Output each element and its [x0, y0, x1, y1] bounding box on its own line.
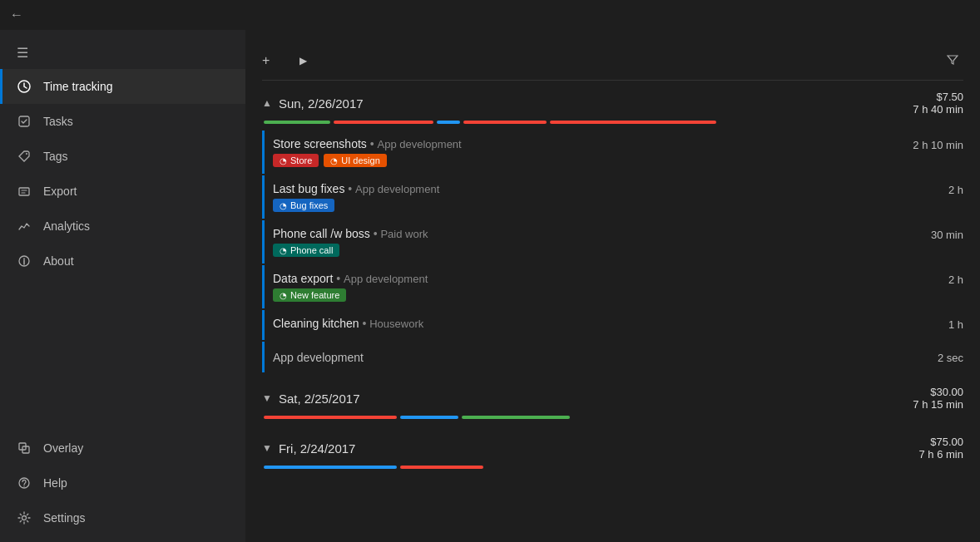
day-header[interactable]: ▲ Sun, 2/26/2017 $7.50 7 h 40 min	[262, 81, 963, 121]
entry-title: Store screenshots • App development	[273, 137, 896, 150]
sidebar-item-label: Analytics	[43, 219, 90, 233]
time-tracking-icon	[17, 79, 32, 94]
day-time: 7 h 15 min	[913, 398, 963, 411]
page-header: + ▶	[245, 30, 980, 81]
scroll-area[interactable]: ▲ Sun, 2/26/2017 $7.50 7 h 40 min Store …	[245, 81, 980, 542]
progress-segment	[264, 416, 397, 419]
back-button[interactable]: ←	[10, 7, 23, 22]
progress-bars	[262, 416, 963, 419]
entry-plain[interactable]: App development 2 sec	[262, 342, 963, 372]
hamburger-menu[interactable]: ☰	[0, 37, 245, 69]
tag-label: UI design	[341, 155, 379, 165]
progress-segment	[264, 466, 397, 469]
title-bar: ←	[0, 0, 980, 30]
entry-tags: ◔ New feature	[273, 288, 932, 302]
about-icon	[17, 254, 32, 269]
sidebar-item-label: Export	[43, 185, 77, 198]
progress-segment	[463, 121, 547, 124]
day-time: 7 h 40 min	[913, 103, 963, 116]
entry-cleaning-kitchen[interactable]: Cleaning kitchen • Housework 1 h	[262, 310, 963, 340]
filter-icon	[947, 54, 958, 68]
start-work-button[interactable]: ▶	[299, 50, 324, 71]
minimize-button[interactable]	[852, 3, 890, 27]
sidebar-item-help[interactable]: Help	[0, 466, 245, 500]
entry-time: 30 min	[914, 227, 963, 241]
entry-tags: ◔ Bug fixes	[273, 199, 932, 212]
svg-point-2	[26, 153, 27, 155]
entry-last-bug-fixes[interactable]: Last bug fixes • App development ◔ Bug f…	[262, 175, 963, 219]
close-button[interactable]	[932, 3, 970, 27]
help-icon	[17, 475, 32, 490]
sidebar-item-tags[interactable]: Tags	[0, 139, 245, 174]
day-money: $7.50	[913, 91, 963, 103]
analytics-icon	[17, 219, 32, 234]
sidebar-item-analytics[interactable]: Analytics	[0, 209, 245, 244]
day-money: $30.00	[913, 386, 963, 398]
sidebar-item-label: Tasks	[43, 115, 73, 128]
entry-time: 2 h 10 min	[896, 137, 963, 151]
entry-phone-call-boss[interactable]: Phone call /w boss • Paid work ◔ Phone c…	[262, 220, 963, 264]
progress-segment	[437, 121, 460, 124]
filter-button[interactable]	[947, 49, 963, 73]
progress-segment	[462, 416, 570, 419]
plus-icon: +	[262, 53, 270, 68]
entry-tags: ◔ Store ◔ UI design	[273, 154, 896, 167]
settings-icon	[17, 510, 32, 525]
tag[interactable]: ◔ UI design	[324, 154, 386, 167]
tag-icon: ◔	[330, 156, 338, 165]
day-header[interactable]: ▼ Fri, 2/24/2017 $75.00 7 h 6 min	[262, 426, 963, 466]
day-header[interactable]: ▼ Sat, 2/25/2017 $30.00 7 h 15 min	[262, 376, 963, 416]
day-group-sun-226: ▲ Sun, 2/26/2017 $7.50 7 h 40 min Store …	[262, 81, 963, 372]
play-icon: ▶	[299, 55, 307, 67]
sidebar-item-settings[interactable]: Settings	[0, 500, 245, 535]
day-date: Fri, 2/24/2017	[279, 441, 356, 456]
day-time: 7 h 6 min	[919, 448, 963, 461]
sidebar-item-tasks[interactable]: Tasks	[0, 104, 245, 139]
sidebar-item-time-tracking[interactable]: Time tracking	[0, 69, 245, 104]
sidebar-item-label: Help	[43, 476, 67, 490]
sidebar-item-label: Overlay	[43, 441, 83, 455]
add-work-unit-button[interactable]: +	[262, 48, 286, 73]
entry-time: 2 h	[932, 182, 963, 196]
tag-icon: ◔	[280, 246, 287, 255]
tag[interactable]: ◔ Store	[273, 154, 319, 167]
entry-store-screenshots[interactable]: Store screenshots • App development ◔ St…	[262, 131, 963, 174]
sidebar-item-about[interactable]: About	[0, 244, 245, 278]
maximize-button[interactable]	[892, 3, 930, 27]
sidebar-item-label: Time tracking	[43, 80, 113, 93]
window-controls	[852, 3, 970, 27]
tag[interactable]: ◔ Bug fixes	[273, 199, 334, 212]
entry-tags: ◔ Phone call	[273, 244, 914, 257]
sidebar-item-export[interactable]: Export	[0, 174, 245, 209]
progress-segment	[400, 466, 483, 469]
progress-bars	[262, 121, 963, 124]
chevron-icon: ▼	[262, 392, 272, 404]
sidebar-item-label: Tags	[43, 150, 68, 163]
progress-segment	[264, 121, 330, 124]
entry-time: 2 sec	[921, 350, 963, 364]
day-date: Sun, 2/26/2017	[279, 96, 364, 111]
svg-point-8	[23, 485, 24, 486]
tasks-icon	[17, 114, 32, 129]
tag[interactable]: ◔ Phone call	[273, 244, 339, 257]
sidebar-item-overlay[interactable]: Overlay	[0, 431, 245, 466]
tags-icon	[17, 149, 32, 164]
sidebar-item-label: About	[43, 254, 74, 268]
sidebar-nav: Time tracking Tasks Tags Export Analytic…	[0, 69, 245, 431]
entry-title: Last bug fixes • App development	[273, 182, 932, 195]
progress-segment	[550, 121, 716, 124]
tag[interactable]: ◔ New feature	[273, 288, 346, 302]
entry-data-export[interactable]: Data export • App development ◔ New feat…	[262, 265, 963, 308]
tag-icon: ◔	[280, 201, 287, 210]
day-money: $75.00	[919, 436, 963, 448]
sidebar-item-label: Settings	[43, 511, 86, 525]
main-content: + ▶ ▲	[245, 30, 980, 542]
progress-segment	[400, 416, 458, 419]
progress-segment	[334, 121, 433, 124]
entry-title: App development	[273, 351, 364, 364]
entry-title: Cleaning kitchen • Housework	[273, 317, 932, 330]
entry-title: Phone call /w boss • Paid work	[273, 227, 914, 240]
svg-rect-1	[19, 116, 29, 126]
tag-icon: ◔	[280, 291, 287, 300]
sidebar: ☰ Time tracking Tasks Tags Export Analyt…	[0, 30, 245, 542]
